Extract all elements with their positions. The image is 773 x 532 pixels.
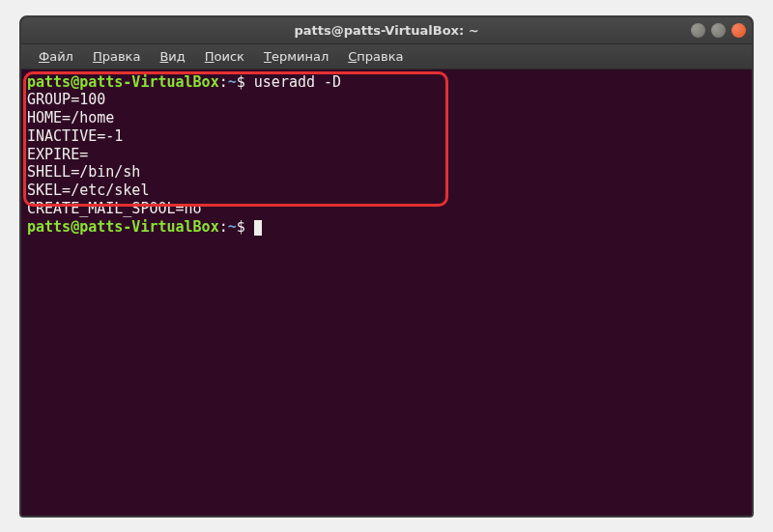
- output-line: HOME=/home: [27, 109, 746, 127]
- command-text: useradd -D: [254, 73, 341, 91]
- output-line: EXPIRE=: [27, 146, 746, 164]
- menu-edit[interactable]: Правка: [85, 47, 148, 66]
- output-line: CREATE_MAIL_SPOOL=no: [27, 200, 746, 218]
- menu-terminal[interactable]: Терминал: [256, 47, 336, 66]
- prompt-end: $: [237, 218, 254, 236]
- prompt-sep: :: [219, 73, 228, 91]
- menubar: Файл Правка Вид Поиск Терминал Справка: [21, 44, 752, 70]
- window-controls: [691, 23, 746, 38]
- prompt-end: $: [237, 73, 254, 91]
- titlebar[interactable]: patts@patts-VirtualBox: ~: [21, 17, 752, 44]
- output-line: SHELL=/bin/sh: [27, 163, 746, 182]
- output-line: GROUP=100: [27, 91, 746, 109]
- output-line: INACTIVE=-1: [27, 127, 746, 146]
- menu-view[interactable]: Вид: [152, 47, 192, 66]
- window-title: patts@patts-VirtualBox: ~: [294, 23, 478, 38]
- maximize-button[interactable]: [711, 23, 726, 38]
- menu-search[interactable]: Поиск: [197, 47, 252, 66]
- output-line: SKEL=/etc/skel: [27, 182, 746, 200]
- prompt-path: ~: [228, 73, 237, 91]
- terminal-window: patts@patts-VirtualBox: ~ Файл Правка Ви…: [19, 15, 754, 518]
- prompt-sep: :: [219, 218, 228, 236]
- prompt-line-1: patts@patts-VirtualBox:~$ useradd -D: [27, 73, 746, 92]
- menu-help[interactable]: Справка: [340, 47, 411, 66]
- prompt-path: ~: [228, 218, 237, 236]
- prompt-user: patts@patts-VirtualBox: [27, 218, 219, 236]
- minimize-button[interactable]: [691, 23, 705, 38]
- menu-file[interactable]: Файл: [31, 47, 81, 66]
- prompt-user: patts@patts-VirtualBox: [27, 73, 219, 91]
- terminal-body[interactable]: patts@patts-VirtualBox:~$ useradd -D GRO…: [21, 70, 752, 516]
- prompt-line-2: patts@patts-VirtualBox:~$: [27, 218, 746, 237]
- close-button[interactable]: [731, 23, 746, 38]
- cursor: [254, 220, 262, 236]
